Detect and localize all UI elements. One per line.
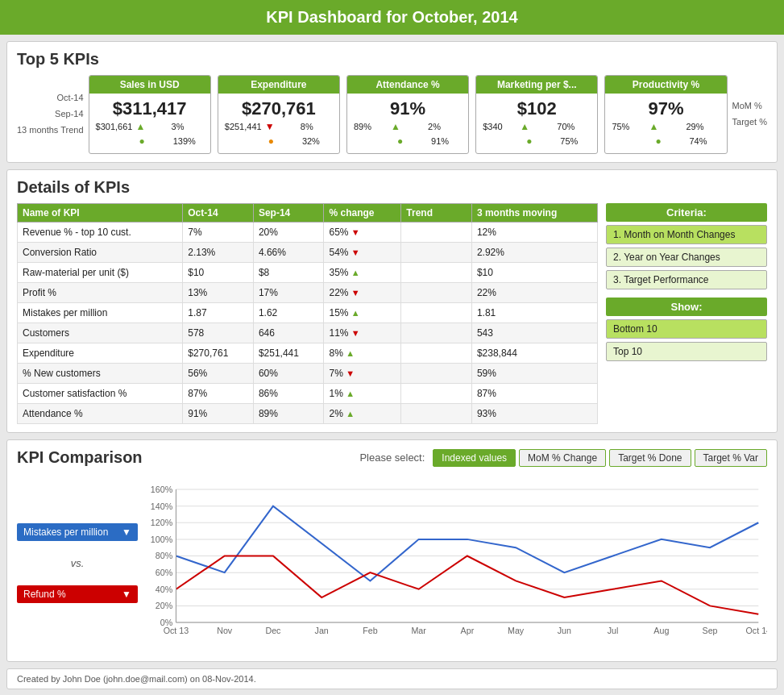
selector1-label: Mistakes per million bbox=[23, 526, 108, 538]
comparison-buttons: Indexed valuesMoM % ChangeTarget % DoneT… bbox=[433, 449, 767, 467]
kpi-trend-row-4: ● 74% bbox=[612, 134, 720, 148]
kpi-sep-val-3: $340 bbox=[483, 122, 516, 131]
cell-3-2: 17% bbox=[253, 283, 324, 303]
kpi-sep-val-0: $301,661 bbox=[96, 122, 133, 131]
show-item-0[interactable]: Bottom 10 bbox=[606, 319, 767, 339]
kpi-sep-row-3: $340 ▲ 70% bbox=[483, 121, 591, 132]
svg-text:140%: 140% bbox=[151, 502, 172, 511]
cell-4-3: 15% ▲ bbox=[324, 303, 401, 323]
show-item-1[interactable]: Top 10 bbox=[606, 342, 767, 361]
kpi-sep-row-4: 75% ▲ 29% bbox=[612, 121, 720, 132]
svg-text:Oct 13: Oct 13 bbox=[164, 626, 189, 635]
selector2-label: Refund % bbox=[23, 589, 66, 600]
table-row: Profit %13%17%22% ▼22% bbox=[18, 283, 598, 303]
cell-6-3: 8% ▲ bbox=[324, 343, 401, 364]
criteria-header: Criteria: bbox=[606, 203, 767, 222]
table-row: Raw-material per unit ($)$10$835% ▲$10 bbox=[18, 263, 598, 283]
svg-text:60%: 60% bbox=[156, 568, 172, 577]
kpi-trend-row-3: ● 75% bbox=[483, 134, 591, 148]
kpi-table: Name of KPIOct-14Sep-14% changeTrend3 mo… bbox=[17, 203, 598, 424]
cell-8-2: 86% bbox=[253, 384, 324, 404]
svg-text:Apr: Apr bbox=[461, 626, 475, 635]
cell-8-4 bbox=[401, 384, 472, 404]
cell-2-2: $8 bbox=[253, 263, 324, 283]
comparison-btn-0[interactable]: Indexed values bbox=[433, 449, 516, 467]
comparison-btn-1[interactable]: MoM % Change bbox=[519, 449, 606, 467]
cell-1-5: 2.92% bbox=[471, 243, 597, 263]
cell-9-2: 89% bbox=[253, 404, 324, 424]
table-row: % New customers56%60%7% ▼59% bbox=[18, 364, 598, 384]
kpi-dot-2: ● bbox=[397, 135, 428, 147]
cell-9-3: 2% ▲ bbox=[324, 404, 401, 424]
kpi-dot-pct-0: 139% bbox=[173, 136, 204, 146]
cell-7-0: % New customers bbox=[18, 364, 183, 384]
kpi-sep-arrow-1: ▼ bbox=[265, 121, 297, 132]
footer: Created by John Doe (john.doe@mail.com) … bbox=[6, 668, 778, 689]
kpi-card-1: Expenditure $270,761 $251,441 ▼ 8% ● 32% bbox=[218, 75, 340, 154]
svg-text:Jul: Jul bbox=[608, 626, 619, 635]
kpi-main-value-2: 91% bbox=[354, 98, 462, 119]
svg-text:Aug: Aug bbox=[653, 626, 669, 635]
kpi-sep-row-2: 89% ▲ 2% bbox=[354, 121, 462, 132]
cell-7-1: 56% bbox=[183, 364, 254, 384]
cell-6-5: $238,844 bbox=[471, 343, 597, 364]
kpi-card-3: Marketing per $... $102 $340 ▲ 70% ● 75% bbox=[475, 75, 598, 154]
svg-text:Feb: Feb bbox=[363, 626, 378, 635]
cell-9-0: Attendance % bbox=[18, 404, 183, 424]
svg-text:120%: 120% bbox=[151, 519, 172, 528]
cell-6-4 bbox=[401, 343, 472, 364]
table-row: Mistakes per million1.871.6215% ▲1.81 bbox=[18, 303, 598, 323]
svg-text:80%: 80% bbox=[156, 552, 172, 561]
table-row: Attendance %91%89%2% ▲93% bbox=[18, 404, 598, 424]
kpi-sep-pct-0: 3% bbox=[172, 122, 204, 131]
comparison-btn-2[interactable]: Target % Done bbox=[609, 449, 691, 467]
cell-8-3: 1% ▲ bbox=[324, 384, 401, 404]
criteria-item-1[interactable]: 2. Year on Year Changes bbox=[606, 248, 767, 267]
kpi-card-header-0: Sales in USD bbox=[89, 76, 210, 94]
kpi-main-value-0: $311,417 bbox=[96, 98, 204, 119]
comparison-btn-3[interactable]: Target % Var bbox=[695, 449, 767, 467]
criteria-item-0[interactable]: 1. Month on Month Changes bbox=[606, 225, 767, 244]
cell-5-5: 543 bbox=[471, 323, 597, 343]
cell-3-5: 22% bbox=[471, 283, 597, 303]
cell-4-4 bbox=[401, 303, 472, 323]
svg-text:20%: 20% bbox=[156, 602, 172, 611]
top5-title: Top 5 KPIs bbox=[17, 50, 767, 69]
cell-5-3: 11% ▼ bbox=[324, 323, 401, 343]
kpi-main-value-3: $102 bbox=[483, 98, 591, 119]
table-row: Customers57864611% ▼543 bbox=[18, 323, 598, 343]
label-mom: MoM % bbox=[732, 98, 767, 114]
cell-0-4 bbox=[401, 223, 472, 243]
kpi-card-2: Attendance % 91% 89% ▲ 2% ● 91% bbox=[346, 75, 469, 154]
kpi-side-labels-right: MoM % Target % bbox=[732, 98, 767, 131]
svg-text:Nov: Nov bbox=[217, 626, 233, 635]
cell-1-1: 2.13% bbox=[183, 243, 254, 263]
cell-1-2: 4.66% bbox=[253, 243, 324, 263]
kpi-dot-pct-4: 74% bbox=[689, 136, 720, 146]
svg-text:40%: 40% bbox=[156, 585, 172, 594]
label-sep14: Sep-14 bbox=[17, 106, 84, 123]
details-inner: Name of KPIOct-14Sep-14% changeTrend3 mo… bbox=[17, 203, 767, 424]
selector1-dropdown[interactable]: Mistakes per million ▼ bbox=[17, 523, 138, 541]
cell-2-4 bbox=[401, 263, 472, 283]
cell-4-0: Mistakes per million bbox=[18, 303, 183, 323]
footer-text: Created by John Doe (john.doe@mail.com) … bbox=[17, 674, 256, 684]
comparison-header: KPI Comparison Please select: Indexed va… bbox=[17, 448, 767, 467]
cell-5-1: 578 bbox=[183, 323, 254, 343]
selector2-dropdown[interactable]: Refund % ▼ bbox=[17, 585, 138, 603]
cell-0-0: Revenue % - top 10 cust. bbox=[18, 223, 183, 243]
comparison-title: KPI Comparison bbox=[17, 448, 143, 467]
vs-label: vs. bbox=[17, 557, 138, 569]
criteria-item-2[interactable]: 3. Target Performance bbox=[606, 270, 767, 289]
chart-area: Mistakes per million ▼ vs. Refund % ▼ 0%… bbox=[17, 473, 767, 653]
cell-8-0: Customer satisfaction % bbox=[18, 384, 183, 404]
kpi-trend-row-2: ● 91% bbox=[354, 134, 462, 148]
kpi-card-header-4: Productivity % bbox=[605, 76, 726, 94]
please-select-label: Please select: bbox=[359, 452, 425, 464]
th-1: Oct-14 bbox=[183, 204, 254, 223]
page-header: KPI Dashboard for October, 2014 bbox=[0, 0, 784, 35]
cell-0-2: 20% bbox=[253, 223, 324, 243]
cell-3-3: 22% ▼ bbox=[324, 283, 401, 303]
svg-text:Jan: Jan bbox=[315, 626, 330, 635]
cell-0-3: 65% ▼ bbox=[324, 223, 401, 243]
